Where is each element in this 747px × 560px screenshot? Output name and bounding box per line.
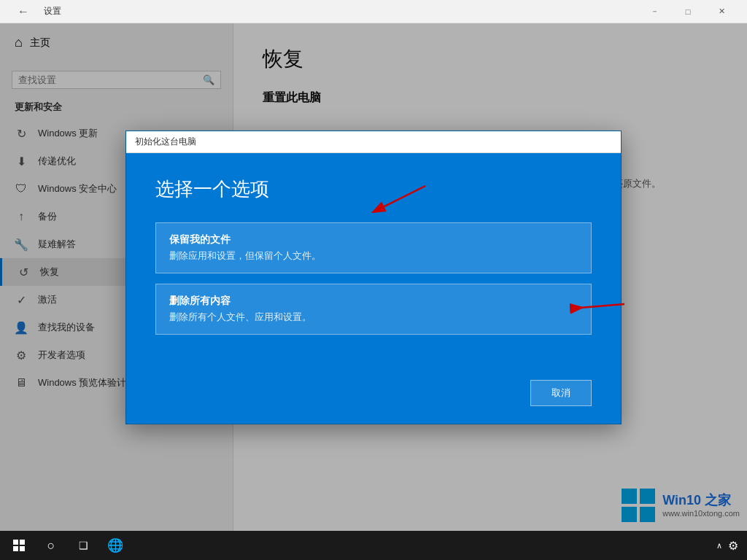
cancel-button[interactable]: 取消 xyxy=(530,380,592,406)
title-bar-title: 设置 xyxy=(44,5,61,18)
search-button[interactable]: ○ xyxy=(35,531,67,560)
task-view-button[interactable]: ❑ xyxy=(67,531,99,560)
title-bar: ← 设置 － □ ✕ xyxy=(0,0,747,23)
modal-titlebar: 初始化这台电脑 xyxy=(126,131,621,153)
taskbar-gear-icon[interactable]: ⚙ xyxy=(728,539,738,553)
modal-overlay: 初始化这台电脑 选择一个选项 保留我的文件 删除应用和设置，但保留个人文件。 xyxy=(0,23,747,531)
taskbar-right: ∧ ⚙ xyxy=(716,539,744,553)
keep-files-desc: 删除应用和设置，但保留个人文件。 xyxy=(169,249,578,262)
keep-files-title: 保留我的文件 xyxy=(169,233,578,246)
keep-files-option[interactable]: 保留我的文件 删除应用和设置，但保留个人文件。 xyxy=(155,222,592,273)
maximize-button[interactable]: □ xyxy=(671,0,705,23)
svg-rect-7 xyxy=(20,546,25,551)
window-controls: － □ ✕ xyxy=(638,0,738,23)
modal-footer: 取消 xyxy=(126,368,621,424)
svg-rect-4 xyxy=(13,540,18,545)
svg-rect-6 xyxy=(13,546,18,551)
modal-body: 选择一个选项 保留我的文件 删除应用和设置，但保留个人文件。 xyxy=(126,153,621,368)
taskbar: ○ ❑ 🌐 ∧ ⚙ xyxy=(0,531,747,560)
remove-all-desc: 删除所有个人文件、应用和设置。 xyxy=(169,311,578,324)
reset-modal: 初始化这台电脑 选择一个选项 保留我的文件 删除应用和设置，但保留个人文件。 xyxy=(125,131,622,424)
close-button[interactable]: ✕ xyxy=(705,0,738,23)
browser-button[interactable]: 🌐 xyxy=(99,531,131,560)
minimize-button[interactable]: － xyxy=(638,0,671,23)
svg-rect-5 xyxy=(20,540,25,545)
back-button[interactable]: ← xyxy=(9,0,38,23)
remove-all-option[interactable]: 删除所有内容 删除所有个人文件、应用和设置。 xyxy=(155,284,592,335)
remove-all-title: 删除所有内容 xyxy=(169,295,578,308)
modal-heading: 选择一个选项 xyxy=(155,176,592,202)
taskbar-chevron[interactable]: ∧ xyxy=(716,541,722,551)
start-button[interactable] xyxy=(3,531,35,560)
